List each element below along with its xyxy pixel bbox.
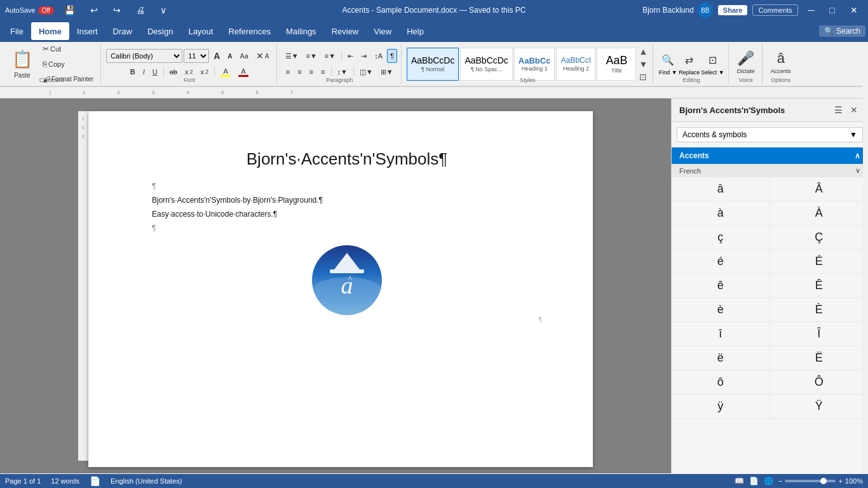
read-mode-button[interactable]: 📖 bbox=[735, 477, 744, 485]
style-down-arrow[interactable]: ▼ bbox=[637, 58, 649, 71]
char-e-lower[interactable]: é bbox=[672, 250, 770, 274]
menu-insert[interactable]: Insert bbox=[69, 22, 105, 40]
underline-button[interactable]: U bbox=[149, 65, 161, 79]
autosave-toggle[interactable]: Off bbox=[38, 6, 54, 15]
shrink-font-button[interactable]: A bbox=[224, 49, 235, 63]
style-heading2[interactable]: AaBbCcI Heading 2 bbox=[556, 48, 595, 81]
char-Euml-upper[interactable]: Ë bbox=[770, 346, 869, 370]
style-arrows: ▲ ▼ ⊡ bbox=[637, 45, 649, 83]
increase-indent-button[interactable]: ⇥ bbox=[358, 49, 370, 63]
multilevel-button[interactable]: ≡▼ bbox=[322, 49, 339, 63]
char-Icir-upper[interactable]: Î bbox=[770, 322, 869, 346]
char-Egrave-upper[interactable]: È bbox=[770, 298, 869, 322]
font-size-select[interactable]: 11 10 12 bbox=[184, 49, 209, 63]
font-color-button[interactable]: A bbox=[235, 65, 252, 79]
borders-button[interactable]: ⊞▼ bbox=[377, 65, 397, 79]
menu-design[interactable]: Design bbox=[140, 22, 180, 40]
style-heading1-preview: AaBbCc bbox=[519, 56, 551, 66]
style-normal[interactable]: AaBbCcDc ¶ Normal bbox=[407, 48, 459, 81]
char-c-lower[interactable]: ç bbox=[672, 226, 770, 250]
align-center-button[interactable]: ≡ bbox=[294, 65, 304, 79]
char-agrave-lower[interactable]: à bbox=[672, 201, 770, 226]
superscript-button[interactable]: x2 bbox=[198, 65, 212, 79]
menu-references[interactable]: References bbox=[220, 22, 278, 40]
zoom-thumb[interactable] bbox=[820, 478, 827, 484]
numbering-button[interactable]: ≡▼ bbox=[303, 49, 320, 63]
menu-help[interactable]: Help bbox=[399, 22, 431, 40]
char-Agrave-upper[interactable]: À bbox=[770, 201, 869, 226]
char-euml-lower[interactable]: ë bbox=[672, 346, 770, 370]
char-egrave-lower[interactable]: è bbox=[672, 298, 770, 322]
change-case-button[interactable]: Aa bbox=[237, 49, 252, 63]
char-A-upper[interactable]: Â bbox=[770, 177, 869, 201]
menu-layout[interactable]: Layout bbox=[180, 22, 220, 40]
web-layout-button[interactable]: 🌐 bbox=[764, 477, 773, 485]
clear-format-button[interactable]: ✕A bbox=[253, 49, 273, 63]
char-icir-lower[interactable]: î bbox=[672, 322, 770, 346]
replace-button[interactable]: ⇄ bbox=[682, 52, 696, 68]
document-page[interactable]: Bjorn's·Accents'n'Symbols¶ ¶ Bjorn's·Acc… bbox=[88, 111, 593, 467]
copy-button[interactable]: ⎘ Copy bbox=[39, 57, 97, 71]
menu-home[interactable]: Home bbox=[31, 22, 69, 40]
char-Ocir-upper[interactable]: Ô bbox=[770, 370, 869, 395]
share-button[interactable]: Share bbox=[718, 5, 748, 15]
strikethrough-button[interactable]: ab bbox=[166, 65, 180, 79]
comments-button[interactable]: Comments bbox=[752, 4, 797, 16]
sidebar-scrollbar[interactable] bbox=[863, 98, 868, 473]
maximize-button[interactable]: □ bbox=[825, 0, 840, 20]
sidebar-scroll[interactable]: Accents ∧ French ∨ â Â à À ç Ç é É ê Ê è… bbox=[672, 147, 868, 473]
style-no-space[interactable]: AaBbCcDc ¶ No Spac... bbox=[460, 48, 512, 81]
sort-button[interactable]: ↕A bbox=[371, 49, 386, 63]
style-title[interactable]: AaB Title bbox=[597, 48, 636, 81]
char-ocir-lower[interactable]: ô bbox=[672, 370, 770, 395]
sidebar-controls: ☰ ✕ bbox=[832, 104, 860, 116]
style-heading1[interactable]: AaBbCc Heading 1 bbox=[514, 48, 555, 81]
menu-view[interactable]: View bbox=[366, 22, 399, 40]
dictate-button[interactable]: 🎤 Dictate bbox=[734, 48, 758, 80]
char-Yuml-upper[interactable]: Ÿ bbox=[770, 395, 869, 419]
menu-mailings[interactable]: Mailings bbox=[278, 22, 324, 40]
font-name-select[interactable]: Calibri (Body) bbox=[106, 49, 182, 63]
menu-review[interactable]: Review bbox=[324, 22, 367, 40]
zoom-out-button[interactable]: − bbox=[778, 477, 782, 485]
char-yuml-lower[interactable]: ÿ bbox=[672, 395, 770, 419]
align-left-button[interactable]: ≡ bbox=[283, 65, 293, 79]
char-C-upper[interactable]: Ç bbox=[770, 226, 869, 250]
italic-button[interactable]: I bbox=[140, 65, 148, 79]
select-button[interactable]: ⊡ bbox=[705, 52, 720, 68]
pilcrow-button[interactable]: ¶ bbox=[387, 49, 397, 63]
cut-button[interactable]: ✂ Cut bbox=[39, 42, 97, 56]
text-highlight-button[interactable]: A bbox=[217, 65, 234, 79]
find-button[interactable]: 🔍 bbox=[658, 52, 677, 68]
char-Ecir-upper[interactable]: Ê bbox=[770, 274, 869, 298]
align-right-button[interactable]: ≡ bbox=[306, 65, 316, 79]
customize-btn[interactable]: 🖨 bbox=[131, 0, 150, 20]
style-up-arrow[interactable]: ▲ bbox=[637, 45, 649, 58]
minimize-button[interactable]: ─ bbox=[803, 0, 820, 20]
menu-file[interactable]: File bbox=[3, 22, 31, 40]
redo-button[interactable]: ↪ bbox=[108, 0, 126, 20]
undo-button[interactable]: ↩ bbox=[85, 0, 103, 20]
char-E-upper[interactable]: É bbox=[770, 250, 869, 274]
print-layout-button[interactable]: 📄 bbox=[749, 477, 759, 485]
bold-button[interactable]: B bbox=[127, 65, 139, 79]
more-btn[interactable]: ∨ bbox=[155, 0, 172, 20]
sidebar-close-button[interactable]: ✕ bbox=[848, 104, 860, 116]
shading-button[interactable]: ◫▼ bbox=[356, 65, 376, 79]
char-a-lower[interactable]: â bbox=[672, 177, 770, 201]
zoom-in-button[interactable]: + bbox=[838, 477, 842, 485]
accents-button[interactable]: â Accents bbox=[768, 48, 794, 80]
decrease-indent-button[interactable]: ⇤ bbox=[344, 49, 356, 63]
search-box[interactable]: 🔍 Search bbox=[819, 25, 865, 37]
sidebar-dropdown[interactable]: Accents & symbols ▼ bbox=[677, 127, 863, 142]
grow-font-button[interactable]: A bbox=[210, 49, 223, 63]
save-button[interactable]: 💾 bbox=[59, 0, 80, 20]
close-button[interactable]: ✕ bbox=[845, 0, 863, 20]
menu-draw[interactable]: Draw bbox=[105, 22, 140, 40]
zoom-slider[interactable] bbox=[785, 480, 836, 482]
paste-button[interactable]: 📋 Paste bbox=[6, 46, 38, 82]
char-ecir-lower[interactable]: ê bbox=[672, 274, 770, 298]
sidebar-menu-button[interactable]: ☰ bbox=[832, 104, 845, 116]
bullets-button[interactable]: ☰▼ bbox=[282, 49, 302, 63]
style-more-arrow[interactable]: ⊡ bbox=[637, 71, 649, 83]
